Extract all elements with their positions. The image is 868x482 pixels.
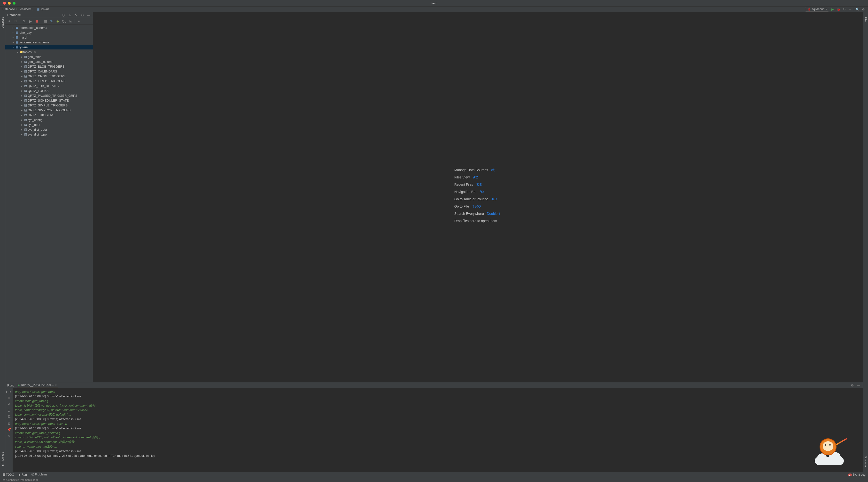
tree-row[interactable]: ▸▤QRTZ_BLOB_TRIGGERS [5, 64, 93, 69]
event-log-tab[interactable]: 2 Event Log [848, 473, 866, 476]
tree-row[interactable]: ▸▤sys_config [5, 117, 93, 122]
add-icon[interactable]: ＋ [7, 19, 11, 24]
tree-row[interactable]: ▸▤sys_dict_data [5, 127, 93, 132]
pin-icon[interactable]: 📌 [7, 427, 11, 431]
run-output[interactable]: drop table if exists gen_table[2024-05-2… [12, 388, 863, 472]
tree-arrow-icon[interactable]: ▸ [11, 26, 14, 29]
tree-arrow-icon[interactable]: ▸ [20, 99, 23, 102]
tree-arrow-icon[interactable]: ▸ [20, 65, 23, 68]
rerun-icon[interactable]: ⏵⏵ [6, 390, 12, 394]
rerun-button[interactable]: ↻ [842, 7, 846, 11]
diagram-icon[interactable]: ✚ [56, 19, 60, 24]
tree-arrow-icon[interactable]: ▸ [20, 114, 23, 116]
tree-row[interactable]: ▾▦ry-vue [5, 45, 93, 50]
breadcrumb-item[interactable]: localhost [20, 7, 31, 11]
tree-arrow-icon[interactable]: ▸ [20, 89, 23, 92]
tree-arrow-icon[interactable]: ▸ [11, 41, 14, 44]
tree-arrow-icon[interactable]: ▸ [20, 70, 23, 73]
settings-icon[interactable]: ⚙ [861, 7, 866, 11]
gear-icon[interactable]: ⚙ [850, 383, 855, 388]
rail-favorites-tab[interactable]: ★ Favorites [1, 452, 4, 467]
tree-arrow-icon[interactable]: ▸ [20, 128, 23, 131]
tree-row[interactable]: ▸▤QRTZ_FIRED_TRIGGERS [5, 79, 93, 83]
close-tab-icon[interactable]: × [55, 383, 57, 387]
tree-arrow-icon[interactable]: ▸ [20, 104, 23, 107]
rail-database-tab[interactable]: Database [1, 17, 4, 28]
edit-icon[interactable]: ✎ [50, 19, 54, 24]
minimize-panel-icon[interactable]: — [87, 13, 91, 17]
tree-row[interactable]: ▸▤gen_table_column [5, 59, 93, 64]
minimize-window-button[interactable] [8, 2, 11, 5]
breadcrumb-item[interactable]: ry-vue [41, 7, 50, 11]
tree-arrow-icon[interactable]: ▸ [20, 109, 23, 112]
stop-icon[interactable]: ■ [8, 396, 10, 400]
tree-row[interactable]: ▸▤QRTZ_PAUSED_TRIGGER_GRPS [5, 93, 93, 98]
tree-row[interactable]: ▸▤QRTZ_SIMPROP_TRIGGERS [5, 108, 93, 113]
tree-row[interactable]: ▾📁tables30 [5, 50, 93, 54]
tree-row[interactable]: ▸▤QRTZ_LOCKS [5, 88, 93, 93]
collapse-icon[interactable]: ⇱ [74, 13, 78, 17]
database-tree[interactable]: ▸▦information_schema▸▦juhe_pay▸▦mysql▸▦p… [5, 25, 93, 382]
wrap-icon[interactable]: ⤶ [7, 402, 10, 406]
tree-row[interactable]: ▸▤QRTZ_SCHEDULER_STATE [5, 98, 93, 103]
tree-row[interactable]: ▸▦juhe_pay [5, 30, 93, 35]
target-icon[interactable]: ◎ [61, 13, 66, 17]
close-window-button[interactable] [3, 2, 6, 5]
todo-tab[interactable]: ☰ TODO [2, 473, 14, 476]
tree-row[interactable]: ▸▤QRTZ_CALENDARS [5, 69, 93, 74]
jump-icon[interactable]: ⎘ [68, 19, 73, 24]
problems-tab[interactable]: ⓘ Problems [31, 473, 47, 477]
rail-files-tab[interactable]: Files [864, 17, 867, 23]
breadcrumb-item[interactable]: Database [2, 7, 15, 11]
tree-row[interactable]: ▸▦information_schema [5, 25, 93, 30]
minimize-panel-icon[interactable]: — [857, 383, 861, 388]
maximize-window-button[interactable] [12, 2, 16, 5]
tree-arrow-icon[interactable]: ▸ [11, 31, 14, 34]
tree-row[interactable]: ▸▤gen_table [5, 54, 93, 59]
tree-arrow-icon[interactable]: ▸ [20, 94, 23, 97]
tree-arrow-icon[interactable]: ▸ [20, 80, 23, 82]
console-icon[interactable]: QL [62, 19, 66, 24]
close-icon[interactable]: ✕ [7, 434, 10, 437]
gear-icon[interactable]: ⚙ [80, 13, 85, 17]
tree-row[interactable]: ▸▤sys_dict_type [5, 132, 93, 137]
hint-label: Drop files here to open them [454, 219, 497, 223]
table-view-icon[interactable]: ▦ [43, 19, 48, 24]
tree-label: gen_table [28, 55, 41, 59]
execute-icon[interactable]: ▶ [28, 19, 33, 24]
tree-row[interactable]: ▸▤sys_dept [5, 122, 93, 127]
tree-arrow-icon[interactable]: ▸ [11, 36, 14, 39]
scroll-end-icon[interactable]: ⤓ [7, 408, 10, 413]
tree-arrow-icon[interactable]: ▸ [20, 123, 23, 126]
tree-row[interactable]: ▸▤QRTZ_SIMPLE_TRIGGERS [5, 103, 93, 108]
trash-icon[interactable]: 🗑 [7, 421, 11, 425]
tree-arrow-icon[interactable]: ▸ [20, 60, 23, 63]
tree-arrow-icon[interactable]: ▸ [20, 56, 23, 58]
stop-icon[interactable] [35, 19, 39, 24]
run-tab[interactable]: ▶ Run 'ry__20230223.sql'... × [17, 382, 58, 388]
tree-arrow-icon[interactable]: ▾ [11, 46, 14, 49]
tree-arrow-icon[interactable]: ▸ [20, 75, 23, 78]
tree-row[interactable]: ▸▤QRTZ_TRIGGERS [5, 113, 93, 117]
tree-row[interactable]: ▸▤QRTZ_JOB_DETAILS [5, 83, 93, 88]
debug-button[interactable]: 🐞 [836, 7, 841, 11]
run-button[interactable]: ▶ [831, 7, 835, 11]
stop-button[interactable]: ■ [848, 7, 852, 11]
run-config-dropdown[interactable]: 🐞 sql debug ▾ [805, 7, 829, 12]
rail-structure-tab[interactable]: Structure [864, 456, 867, 467]
tree-row[interactable]: ▸▤QRTZ_CRON_TRIGGERS [5, 74, 93, 79]
tree-row[interactable]: ▸▦performance_schema [5, 40, 93, 45]
refresh-icon[interactable]: ⟳ [22, 19, 26, 24]
filter-icon[interactable]: ▼ [77, 19, 81, 24]
duplicate-icon[interactable]: ⧉ [13, 19, 18, 24]
expand-icon[interactable]: ⇲ [68, 13, 72, 17]
tree-arrow-icon[interactable]: ▸ [20, 118, 23, 121]
tree-arrow-icon[interactable]: ▾ [16, 51, 19, 53]
tree-row[interactable]: ▸▦mysql [5, 35, 93, 40]
tree-label: sys_dict_data [28, 128, 47, 132]
search-icon[interactable]: 🔍 [856, 7, 860, 11]
run-tab-bottom[interactable]: ▶ Run [19, 473, 27, 476]
tree-arrow-icon[interactable]: ▸ [20, 85, 23, 87]
print-icon[interactable]: 🖶 [7, 415, 11, 419]
tree-arrow-icon[interactable]: ▸ [20, 133, 23, 136]
